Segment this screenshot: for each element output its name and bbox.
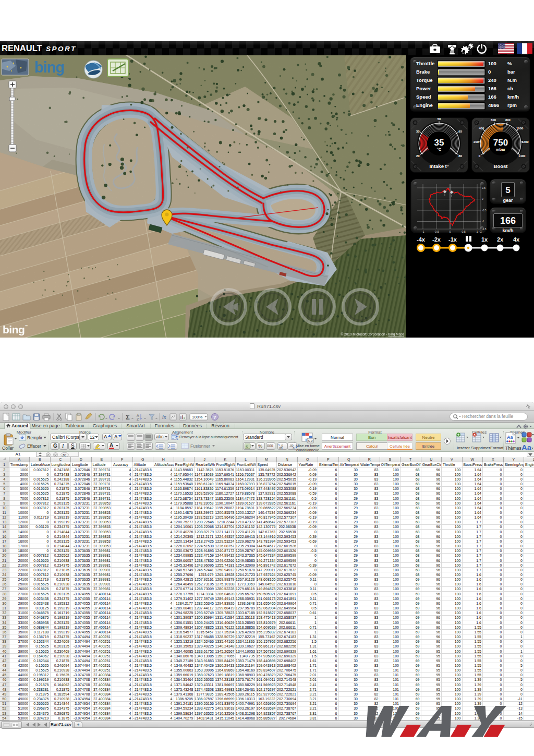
svg-text:?: ?: [213, 415, 216, 420]
svg-text:.00: .00: [278, 447, 283, 450]
svg-text:200: 200: [474, 140, 479, 143]
svg-text:™: ™: [25, 325, 28, 328]
svg-text:20: 20: [416, 154, 420, 158]
svg-text:-1.5: -1.5: [482, 227, 487, 231]
svg-text:bing: bing: [34, 59, 64, 76]
svg-text:1: 1: [476, 230, 478, 233]
svg-text:fx: fx: [162, 414, 167, 420]
svg-text:.0: .0: [292, 447, 295, 450]
svg-text:mbar: mbar: [496, 147, 505, 152]
svg-text:800: 800: [505, 118, 511, 122]
svg-text:bing: bing: [3, 323, 25, 335]
svg-text:50: 50: [438, 117, 441, 121]
svg-text:65: 65: [458, 130, 462, 133]
svg-text:35: 35: [416, 130, 420, 133]
svg-text:≤: ≤: [308, 439, 310, 442]
svg-text:Intake t°: Intake t°: [429, 163, 448, 169]
svg-text:0.5: 0.5: [482, 186, 486, 189]
svg-text:Aa: Aa: [507, 435, 513, 440]
svg-text:°C: °C: [437, 147, 442, 152]
svg-text:Aa: Aa: [521, 443, 532, 452]
svg-text:0: 0: [482, 197, 483, 200]
svg-text:≥: ≥: [311, 439, 313, 442]
svg-text:600: 600: [491, 118, 496, 122]
svg-text:Boost: Boost: [494, 163, 508, 169]
svg-text:-1: -1: [422, 230, 424, 233]
svg-text:100%: 100%: [192, 415, 202, 419]
svg-text:1400: 1400: [518, 154, 526, 158]
svg-text:35: 35: [434, 138, 444, 148]
svg-text:0: 0: [449, 230, 451, 233]
svg-text:-0.5: -0.5: [482, 209, 487, 212]
svg-text:A: A: [137, 414, 139, 417]
svg-text:750: 750: [493, 138, 508, 148]
svg-text:$: $: [246, 445, 248, 449]
svg-text:80: 80: [458, 154, 462, 158]
svg-text:0.5: 0.5: [462, 230, 466, 233]
svg-text:© 2010 Microsoft Corporation -: © 2010 Microsoft Corporation - Bing Maps: [341, 332, 405, 337]
svg-text:1000: 1000: [516, 127, 524, 130]
svg-text:Z: Z: [137, 417, 139, 421]
svg-text:Σ: Σ: [126, 413, 130, 421]
svg-text:fx: fx: [63, 452, 66, 457]
svg-text:1200: 1200: [521, 140, 529, 143]
svg-text:-0.5: -0.5: [434, 230, 439, 233]
svg-text:400: 400: [479, 127, 484, 130]
svg-text:-1: -1: [482, 220, 484, 223]
